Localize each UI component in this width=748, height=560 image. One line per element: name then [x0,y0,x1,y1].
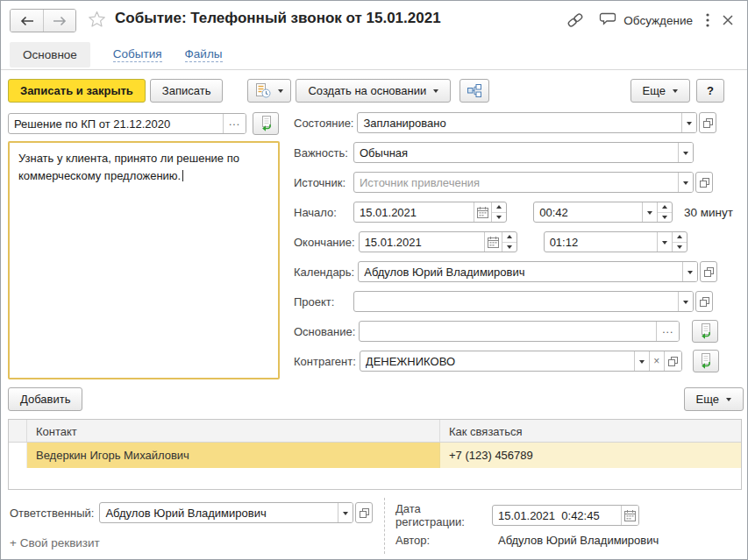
end-date-field[interactable] [359,231,517,252]
start-date-spinner[interactable] [491,202,506,222]
state-open-button[interactable] [699,112,716,133]
source-open-button[interactable] [695,172,713,193]
back-button[interactable] [11,10,43,32]
discussion-button[interactable]: Обсуждение [598,12,693,28]
dropdown-arrow-icon [683,301,688,307]
start-time-field[interactable] [533,202,673,223]
contact-cell[interactable]: Ведеркин Игорь Михайлович [27,443,440,468]
tab-files[interactable]: Файлы [185,47,223,62]
end-date-input[interactable] [360,232,484,252]
importance-dropdown-button[interactable] [678,143,693,162]
calendar-open-button[interactable] [700,261,717,282]
basis-choose-button[interactable]: ... [656,322,679,341]
tab-main[interactable]: Основное [10,42,90,67]
favorite-star-icon[interactable] [88,11,106,31]
subordination-structure-button[interactable] [459,79,489,103]
state-input[interactable] [358,113,681,132]
dropdown-arrow-icon [673,89,678,96]
start-date-calendar-button[interactable] [474,202,491,222]
project-label: Проект: [294,295,350,308]
open-in-list-icon [668,357,678,366]
counterparty-field[interactable]: × [360,351,682,372]
start-time-spinner[interactable] [657,202,672,222]
kebab-menu-icon[interactable] [706,13,709,27]
source-label: Источник: [294,176,350,189]
registration-date-input[interactable] [493,506,621,525]
end-time-field[interactable] [544,231,687,252]
spin-up-icon [507,232,512,238]
calendar-dropdown-button[interactable] [682,262,697,281]
save-and-close-button[interactable]: Записать и закрыть [8,79,146,103]
registration-date-label: Дата регистрации: [395,502,492,528]
project-field[interactable] [353,291,694,312]
start-time-dropdown-button[interactable] [642,202,657,222]
dropdown-arrow-icon [278,89,283,96]
table-row[interactable]: Ведеркин Игорь Михайлович +7 (123) 45678… [9,443,741,468]
description-textarea[interactable]: Узнать у клиента, принято ли решение по … [8,141,280,379]
project-dropdown-button[interactable] [678,292,693,311]
start-date-input[interactable] [354,202,474,222]
source-dropdown-button[interactable] [678,173,693,192]
responsible-open-button[interactable] [355,502,373,523]
end-time-spinner[interactable] [672,232,687,252]
state-dropdown-button[interactable] [681,113,696,132]
spin-down-icon [662,216,667,222]
responsible-dropdown-button[interactable] [338,503,353,522]
more-button-toolbar[interactable]: Еще [630,79,690,103]
end-date-spinner[interactable] [502,232,516,252]
more-button-contacts[interactable]: Еще [684,387,744,411]
custom-attribute-link[interactable]: + Свой реквизит [10,536,100,549]
registration-date-calendar-button[interactable] [621,506,638,525]
link-icon[interactable] [566,11,585,29]
author-label: Автор: [395,534,492,547]
responsible-field[interactable] [99,502,353,523]
calendar-field[interactable] [358,261,698,282]
add-contact-button[interactable]: Добавить [8,387,82,411]
calendar-input[interactable] [359,262,682,281]
state-field[interactable] [357,112,697,133]
column-header-how-to-contact[interactable]: Как связаться [440,420,741,442]
tab-events[interactable]: События [113,47,162,62]
counterparty-input[interactable] [360,351,634,371]
dropdown-arrow-icon [647,211,652,217]
forward-button[interactable] [43,10,75,32]
save-button[interactable]: Записать [150,79,224,103]
document-clock-icon [255,83,271,98]
spin-down-icon [507,245,512,252]
responsible-input[interactable] [100,503,338,522]
subject-open-document-button[interactable] [253,112,279,135]
how-to-contact-cell[interactable]: +7 (123) 456789 [440,443,741,468]
end-time-input[interactable] [545,232,657,252]
project-input[interactable] [354,292,678,311]
registration-date-field[interactable] [492,505,639,526]
subject-input[interactable] [9,114,223,133]
spin-up-icon [662,202,667,209]
create-on-basis-button[interactable]: Создать на основании [296,79,451,103]
importance-input[interactable] [354,143,678,162]
start-date-field[interactable] [353,202,507,223]
end-date-calendar-button[interactable] [484,232,502,252]
reminder-dropdown-button[interactable] [247,79,291,103]
discussion-label: Обсуждение [623,14,693,27]
column-header-contact[interactable]: Контакт [27,420,440,442]
counterparty-open-document-button[interactable] [693,350,719,372]
basis-input[interactable] [360,322,656,341]
subject-field[interactable]: ... [8,113,246,134]
close-icon[interactable] [723,15,733,25]
basis-field[interactable]: ... [359,321,680,342]
basis-open-document-button[interactable] [692,320,718,343]
project-open-button[interactable] [695,291,713,312]
source-input[interactable] [354,173,678,192]
counterparty-open-button[interactable] [664,351,681,371]
subject-choose-button[interactable]: ... [223,114,246,133]
author-row: Автор: Абдулов Юрий Владимирович [395,534,659,547]
help-button[interactable]: ? [696,79,724,103]
source-field[interactable] [353,172,694,193]
importance-field[interactable] [353,142,694,163]
counterparty-dropdown-button[interactable] [634,351,649,371]
attributes-panel: Состояние: Важность: Источник: [294,112,733,380]
dropdown-arrow-icon [433,89,438,96]
start-time-input[interactable] [534,202,642,222]
counterparty-clear-button[interactable]: × [649,351,664,371]
end-time-dropdown-button[interactable] [657,232,672,252]
